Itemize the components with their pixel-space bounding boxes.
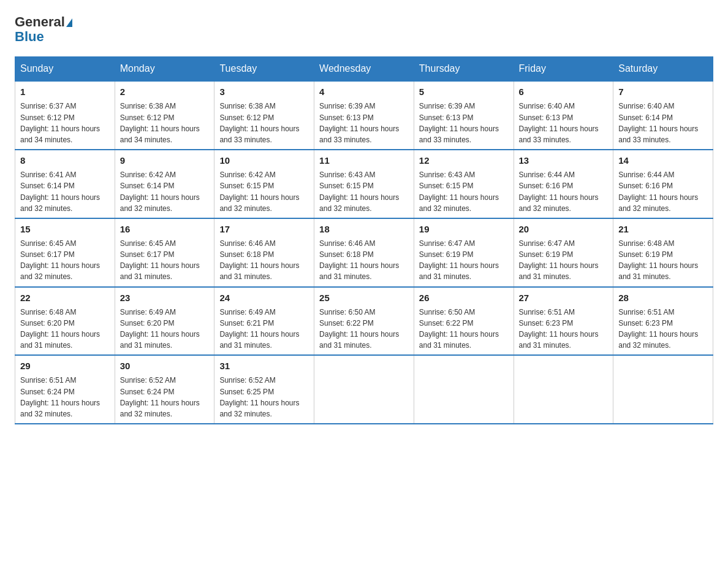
day-number: 19 — [419, 223, 509, 236]
day-info: Sunrise: 6:38 AMSunset: 6:12 PMDaylight:… — [120, 102, 200, 144]
day-cell: 12 Sunrise: 6:43 AMSunset: 6:15 PMDaylig… — [414, 150, 514, 218]
day-info: Sunrise: 6:43 AMSunset: 6:15 PMDaylight:… — [419, 170, 499, 213]
header-friday: Friday — [514, 57, 613, 82]
header-saturday: Saturday — [613, 57, 713, 82]
header-monday: Monday — [115, 57, 214, 82]
day-number: 26 — [419, 291, 509, 304]
day-cell: 29 Sunrise: 6:51 AMSunset: 6:24 PMDaylig… — [15, 355, 115, 424]
day-info: Sunrise: 6:43 AMSunset: 6:15 PMDaylight:… — [319, 170, 399, 213]
day-cell — [414, 355, 514, 424]
day-number: 3 — [219, 85, 309, 98]
day-cell: 11 Sunrise: 6:43 AMSunset: 6:15 PMDaylig… — [314, 150, 414, 218]
day-cell: 1 Sunrise: 6:37 AMSunset: 6:12 PMDayligh… — [15, 81, 115, 150]
header-wednesday: Wednesday — [314, 57, 414, 82]
header-thursday: Thursday — [414, 57, 514, 82]
day-info: Sunrise: 6:45 AMSunset: 6:17 PMDaylight:… — [120, 239, 200, 282]
day-number: 23 — [120, 291, 210, 304]
logo-general: General — [15, 15, 72, 29]
day-number: 5 — [419, 85, 509, 98]
day-number: 1 — [20, 85, 110, 98]
day-info: Sunrise: 6:49 AMSunset: 6:20 PMDaylight:… — [120, 308, 200, 350]
day-cell: 7 Sunrise: 6:40 AMSunset: 6:14 PMDayligh… — [613, 81, 713, 150]
day-info: Sunrise: 6:37 AMSunset: 6:12 PMDaylight:… — [20, 102, 100, 144]
day-cell: 10 Sunrise: 6:42 AMSunset: 6:15 PMDaylig… — [214, 150, 314, 218]
day-info: Sunrise: 6:52 AMSunset: 6:24 PMDaylight:… — [120, 376, 200, 418]
day-cell: 14 Sunrise: 6:44 AMSunset: 6:16 PMDaylig… — [613, 150, 713, 218]
week-row-5: 29 Sunrise: 6:51 AMSunset: 6:24 PMDaylig… — [15, 355, 713, 424]
day-info: Sunrise: 6:42 AMSunset: 6:15 PMDaylight:… — [219, 170, 299, 213]
day-number: 20 — [519, 223, 609, 236]
day-info: Sunrise: 6:46 AMSunset: 6:18 PMDaylight:… — [219, 239, 299, 282]
day-cell — [314, 355, 414, 424]
day-cell: 2 Sunrise: 6:38 AMSunset: 6:12 PMDayligh… — [115, 81, 214, 150]
day-info: Sunrise: 6:41 AMSunset: 6:14 PMDaylight:… — [20, 170, 100, 213]
day-number: 4 — [319, 85, 409, 98]
day-number: 17 — [219, 223, 309, 236]
day-cell: 24 Sunrise: 6:49 AMSunset: 6:21 PMDaylig… — [214, 287, 314, 356]
day-cell: 4 Sunrise: 6:39 AMSunset: 6:13 PMDayligh… — [314, 81, 414, 150]
day-cell — [514, 355, 613, 424]
week-row-3: 15 Sunrise: 6:45 AMSunset: 6:17 PMDaylig… — [15, 218, 713, 287]
day-info: Sunrise: 6:44 AMSunset: 6:16 PMDaylight:… — [519, 170, 599, 213]
day-cell: 13 Sunrise: 6:44 AMSunset: 6:16 PMDaylig… — [514, 150, 613, 218]
day-info: Sunrise: 6:50 AMSunset: 6:22 PMDaylight:… — [419, 308, 499, 350]
day-number: 2 — [120, 85, 210, 98]
day-info: Sunrise: 6:51 AMSunset: 6:24 PMDaylight:… — [20, 376, 100, 418]
day-cell: 17 Sunrise: 6:46 AMSunset: 6:18 PMDaylig… — [214, 218, 314, 287]
day-info: Sunrise: 6:51 AMSunset: 6:23 PMDaylight:… — [618, 308, 698, 350]
day-cell — [613, 355, 713, 424]
day-cell: 22 Sunrise: 6:48 AMSunset: 6:20 PMDaylig… — [15, 287, 115, 356]
day-number: 21 — [618, 223, 708, 236]
day-cell: 15 Sunrise: 6:45 AMSunset: 6:17 PMDaylig… — [15, 218, 115, 287]
day-info: Sunrise: 6:39 AMSunset: 6:13 PMDaylight:… — [419, 102, 499, 144]
day-number: 15 — [20, 223, 110, 236]
day-info: Sunrise: 6:47 AMSunset: 6:19 PMDaylight:… — [519, 239, 599, 282]
logo-blue-text: Blue — [15, 29, 44, 44]
day-cell: 19 Sunrise: 6:47 AMSunset: 6:19 PMDaylig… — [414, 218, 514, 287]
day-number: 30 — [120, 359, 210, 372]
day-info: Sunrise: 6:48 AMSunset: 6:20 PMDaylight:… — [20, 308, 100, 350]
day-number: 11 — [319, 154, 409, 167]
day-cell: 28 Sunrise: 6:51 AMSunset: 6:23 PMDaylig… — [613, 287, 713, 356]
week-row-2: 8 Sunrise: 6:41 AMSunset: 6:14 PMDayligh… — [15, 150, 713, 218]
day-number: 22 — [20, 291, 110, 304]
day-info: Sunrise: 6:47 AMSunset: 6:19 PMDaylight:… — [419, 239, 499, 282]
day-cell: 25 Sunrise: 6:50 AMSunset: 6:22 PMDaylig… — [314, 287, 414, 356]
day-number: 28 — [618, 291, 708, 304]
day-cell: 26 Sunrise: 6:50 AMSunset: 6:22 PMDaylig… — [414, 287, 514, 356]
day-cell: 31 Sunrise: 6:52 AMSunset: 6:25 PMDaylig… — [214, 355, 314, 424]
day-cell: 30 Sunrise: 6:52 AMSunset: 6:24 PMDaylig… — [115, 355, 214, 424]
header-tuesday: Tuesday — [214, 57, 314, 82]
day-number: 29 — [20, 359, 110, 372]
day-info: Sunrise: 6:40 AMSunset: 6:14 PMDaylight:… — [618, 102, 698, 144]
day-number: 25 — [319, 291, 409, 304]
day-info: Sunrise: 6:38 AMSunset: 6:12 PMDaylight:… — [219, 102, 299, 144]
page-header: General Blue — [15, 15, 713, 44]
calendar-header: SundayMondayTuesdayWednesdayThursdayFrid… — [15, 57, 713, 82]
calendar-table: SundayMondayTuesdayWednesdayThursdayFrid… — [15, 56, 713, 424]
day-number: 24 — [219, 291, 309, 304]
day-cell: 21 Sunrise: 6:48 AMSunset: 6:19 PMDaylig… — [613, 218, 713, 287]
day-info: Sunrise: 6:48 AMSunset: 6:19 PMDaylight:… — [618, 239, 698, 282]
day-cell: 20 Sunrise: 6:47 AMSunset: 6:19 PMDaylig… — [514, 218, 613, 287]
day-cell: 8 Sunrise: 6:41 AMSunset: 6:14 PMDayligh… — [15, 150, 115, 218]
day-cell: 6 Sunrise: 6:40 AMSunset: 6:13 PMDayligh… — [514, 81, 613, 150]
day-info: Sunrise: 6:46 AMSunset: 6:18 PMDaylight:… — [319, 239, 399, 282]
day-number: 31 — [219, 359, 309, 372]
day-cell: 9 Sunrise: 6:42 AMSunset: 6:14 PMDayligh… — [115, 150, 214, 218]
day-number: 18 — [319, 223, 409, 236]
day-number: 13 — [519, 154, 609, 167]
week-row-4: 22 Sunrise: 6:48 AMSunset: 6:20 PMDaylig… — [15, 287, 713, 356]
day-number: 12 — [419, 154, 509, 167]
header-sunday: Sunday — [15, 57, 115, 82]
day-cell: 18 Sunrise: 6:46 AMSunset: 6:18 PMDaylig… — [314, 218, 414, 287]
day-info: Sunrise: 6:52 AMSunset: 6:25 PMDaylight:… — [219, 376, 299, 418]
day-cell: 16 Sunrise: 6:45 AMSunset: 6:17 PMDaylig… — [115, 218, 214, 287]
day-number: 14 — [618, 154, 708, 167]
day-info: Sunrise: 6:42 AMSunset: 6:14 PMDaylight:… — [120, 170, 200, 213]
day-number: 7 — [618, 85, 708, 98]
day-number: 9 — [120, 154, 210, 167]
week-row-1: 1 Sunrise: 6:37 AMSunset: 6:12 PMDayligh… — [15, 81, 713, 150]
day-number: 6 — [519, 85, 609, 98]
logo-triangle-icon — [66, 18, 72, 27]
